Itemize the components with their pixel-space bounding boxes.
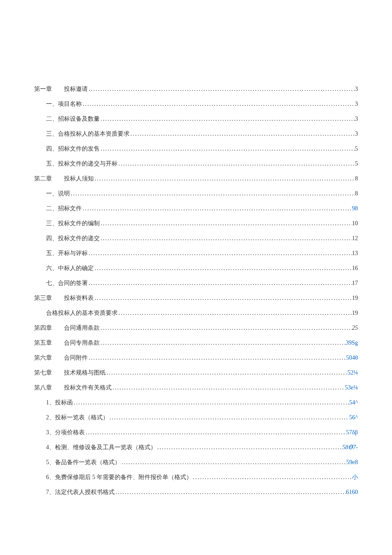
toc-leader-dots bbox=[121, 459, 346, 466]
toc-entry: 三、投标文件的编制10 bbox=[34, 220, 358, 227]
toc-entry: 第三章 投标资料表19 bbox=[34, 294, 358, 302]
toc-page-number: 12 bbox=[352, 235, 358, 242]
toc-leader-dots bbox=[82, 205, 352, 212]
toc-title: 7、法定代表人授权书格式 bbox=[46, 488, 115, 496]
toc-entry: 五、投标文件的递交与开标5 bbox=[34, 160, 358, 168]
toc-page-number: 52⅛ bbox=[348, 369, 358, 376]
table-of-contents: 第一章 投标邀请3一、项目名称3二、招标设备及数量3三、合格投标人的基本资质要求… bbox=[34, 85, 358, 496]
toc-leader-dots bbox=[130, 131, 355, 137]
toc-page-number: 54^ bbox=[349, 399, 358, 406]
toc-entry: 三、合格投标人的基本资质要求3 bbox=[34, 130, 358, 138]
toc-spacer bbox=[52, 339, 64, 347]
toc-entry: 6、免费保修期后 5 年需要的备件、附件报价单（格式）小 bbox=[34, 474, 358, 481]
toc-page-number: 59e8 bbox=[346, 459, 358, 466]
toc-entry: 一、项目名称3 bbox=[34, 100, 358, 108]
toc-page-number: 504θ bbox=[346, 355, 358, 361]
toc-title: 五、开标与评标 bbox=[46, 250, 88, 257]
toc-page-number: 56^ bbox=[349, 414, 358, 421]
toc-entry: 四、招标文件的发售5 bbox=[34, 145, 358, 153]
toc-leader-dots bbox=[94, 175, 355, 182]
toc-entry: 第六章 合同附件504θ bbox=[34, 354, 358, 362]
toc-leader-dots bbox=[156, 444, 342, 451]
toc-leader-dots bbox=[100, 220, 352, 227]
toc-leader-dots bbox=[100, 235, 352, 242]
toc-entry: 四、投标文件的递交12 bbox=[34, 235, 358, 242]
toc-title: 一、项目名称 bbox=[46, 100, 82, 108]
toc-leader-dots bbox=[85, 429, 346, 436]
toc-entry: 5、备品备件一览表（格式）59e8 bbox=[34, 459, 358, 466]
toc-title: 投标邀请 bbox=[64, 85, 88, 93]
toc-entry: 七、合同的签署17 bbox=[34, 279, 358, 287]
toc-spacer bbox=[52, 324, 64, 332]
toc-page-number: 58Ө7- bbox=[342, 444, 358, 451]
toc-page-number: 3 bbox=[355, 116, 358, 122]
toc-entry: 合格投标人的基本资质要求19 bbox=[34, 309, 358, 317]
toc-leader-dots bbox=[94, 265, 352, 272]
toc-title: 合格投标人的基本资质要求 bbox=[46, 309, 118, 317]
toc-title: 4、检测、维修设备及工具一览表（格式） bbox=[46, 444, 156, 451]
toc-page-number: 39Sg bbox=[346, 340, 358, 346]
toc-title: 3、分项价格表 bbox=[46, 429, 85, 436]
toc-title: 合同附件 bbox=[64, 354, 88, 362]
toc-entry: 二、招标设备及数量3 bbox=[34, 115, 358, 123]
toc-spacer bbox=[52, 85, 64, 93]
toc-page-number: 19 bbox=[352, 310, 358, 317]
toc-entry: 第四章 合同通用条款25 bbox=[34, 324, 358, 332]
toc-leader-dots bbox=[109, 414, 349, 421]
toc-entry: 1、投标函54^ bbox=[34, 399, 358, 407]
toc-leader-dots bbox=[118, 310, 352, 317]
toc-leader-dots bbox=[112, 384, 345, 391]
toc-chapter-label: 第六章 bbox=[34, 354, 52, 362]
toc-leader-dots bbox=[106, 369, 348, 376]
toc-title: 投标人须知 bbox=[64, 175, 94, 183]
toc-page-number: 3 bbox=[355, 131, 358, 137]
toc-title: 2、投标一览表（格式） bbox=[46, 414, 109, 421]
toc-title: 投标文件有关格式 bbox=[64, 384, 112, 392]
toc-leader-dots bbox=[88, 355, 346, 361]
toc-title: 合同专用条款 bbox=[64, 339, 100, 347]
toc-title: 三、投标文件的编制 bbox=[46, 220, 100, 227]
toc-leader-dots bbox=[88, 250, 352, 257]
toc-leader-dots bbox=[88, 86, 355, 93]
toc-page-number: 25 bbox=[352, 325, 358, 331]
toc-page-number: 98 bbox=[352, 205, 358, 212]
toc-leader-dots bbox=[94, 295, 352, 302]
toc-leader-dots bbox=[192, 474, 352, 481]
toc-page-number: 17 bbox=[352, 280, 358, 287]
toc-page-number: 3 bbox=[355, 86, 358, 93]
toc-page-number: 19 bbox=[352, 295, 358, 302]
toc-title: 四、投标文件的递交 bbox=[46, 235, 100, 242]
toc-chapter-label: 第二章 bbox=[34, 175, 52, 183]
toc-title: 四、招标文件的发售 bbox=[46, 145, 100, 153]
toc-entry: 第一章 投标邀请3 bbox=[34, 85, 358, 93]
toc-leader-dots bbox=[100, 340, 346, 346]
toc-page-number: 53e⅛ bbox=[345, 384, 358, 391]
toc-entry: 2、投标一览表（格式）56^ bbox=[34, 414, 358, 421]
toc-page-number: 8 bbox=[355, 175, 358, 182]
toc-entry: 六、中标人的确定16 bbox=[34, 264, 358, 272]
toc-spacer bbox=[52, 384, 64, 392]
toc-leader-dots bbox=[70, 190, 355, 197]
toc-leader-dots bbox=[115, 489, 346, 496]
toc-page-number: 3 bbox=[355, 101, 358, 108]
toc-page-number: 16 bbox=[352, 265, 358, 272]
toc-leader-dots bbox=[100, 145, 355, 152]
toc-title: 合同通用条款 bbox=[64, 324, 100, 332]
toc-entry: 7、法定代表人授权书格式6160 bbox=[34, 488, 358, 496]
toc-page-number: 小 bbox=[352, 474, 358, 481]
toc-title: 七、合同的签署 bbox=[46, 279, 88, 287]
toc-spacer bbox=[52, 294, 64, 302]
toc-chapter-label: 第三章 bbox=[34, 294, 52, 302]
toc-leader-dots bbox=[100, 325, 352, 331]
toc-spacer bbox=[52, 175, 64, 183]
toc-leader-dots bbox=[82, 101, 355, 108]
toc-entry: 第八章 投标文件有关格式53e⅛ bbox=[34, 384, 358, 392]
toc-page-number: 6160 bbox=[346, 489, 358, 496]
toc-page-number: 57δβ bbox=[346, 429, 358, 436]
toc-title: 五、投标文件的递交与开标 bbox=[46, 160, 118, 168]
toc-title: 六、中标人的确定 bbox=[46, 264, 94, 272]
toc-title: 1、投标函 bbox=[46, 399, 73, 407]
toc-spacer bbox=[52, 354, 64, 362]
toc-title: 技术规格与图纸 bbox=[64, 369, 106, 377]
toc-page-number: 5 bbox=[355, 160, 358, 167]
